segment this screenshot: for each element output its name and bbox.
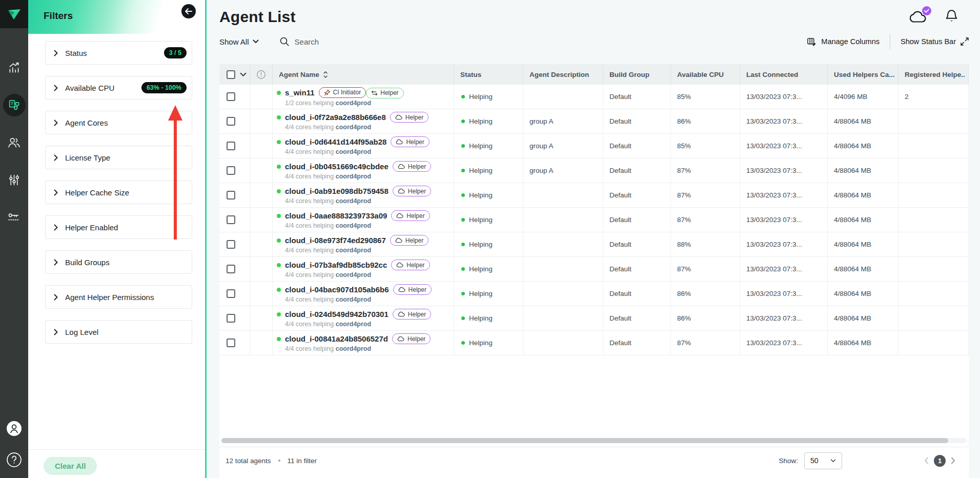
main-header: Agent List (207, 0, 980, 26)
status-cell: Helping (454, 257, 523, 281)
filter-available-cpu[interactable]: Available CPU63% - 100% (45, 76, 192, 99)
status-cell: Helping (454, 306, 523, 330)
clear-all-button[interactable]: Clear All (44, 457, 97, 475)
row-checkbox[interactable] (227, 240, 235, 249)
build-group-cell: Default (603, 257, 671, 281)
column-header-available-cpu[interactable]: Available CPU (671, 64, 740, 85)
last-connected-cell: 13/03/2023 07:3... (740, 208, 828, 232)
nav-licenses-icon[interactable] (0, 198, 28, 236)
online-status-dot (277, 91, 281, 95)
cloud-status-icon[interactable] (910, 9, 929, 25)
helper-badge: Helper (390, 235, 428, 246)
search-input[interactable]: Search (279, 36, 319, 47)
status-cell: Helping (454, 134, 523, 158)
status-label: Helping (469, 241, 493, 248)
chevron-right-icon (54, 85, 58, 91)
help-icon[interactable] (6, 452, 22, 470)
filter-agent-cores[interactable]: Agent Cores (45, 111, 192, 134)
app-logo[interactable] (0, 0, 28, 28)
scrollbar-thumb[interactable] (221, 438, 948, 443)
agent-name-link[interactable]: cloud_i-024d549d942b70301 (285, 310, 389, 318)
filter-build-groups[interactable]: Build Groups (45, 250, 192, 274)
notifications-bell-icon[interactable] (945, 9, 958, 26)
agent-name-link[interactable]: cloud_i-00841a24b8506527d (285, 334, 388, 343)
agent-name-link[interactable]: cloud_i-0f72a9a2e88b666e8 (285, 113, 386, 122)
row-checkbox[interactable] (227, 265, 235, 273)
row-checkbox[interactable] (227, 338, 235, 347)
column-header-agent-name[interactable]: Agent Name (273, 64, 454, 85)
filter-agent-helper-permissions[interactable]: Agent Helper Permissions (45, 285, 192, 309)
filter-helper-enabled[interactable]: Helper Enabled (45, 215, 192, 239)
column-header-status[interactable]: Status (454, 64, 523, 85)
sort-icon[interactable] (323, 70, 328, 79)
chevron-down-icon (830, 459, 836, 463)
filter-license-type[interactable]: License Type (45, 146, 192, 169)
rail-nav (0, 28, 28, 236)
page-size-select[interactable]: 50 (804, 452, 842, 469)
column-header-used-helpers-ca[interactable]: Used Helpers Ca... (828, 64, 899, 85)
collapse-filters-button[interactable] (181, 4, 196, 18)
selection-menu-chevron-icon[interactable] (240, 72, 247, 77)
agent-name-link[interactable]: s_win11 (285, 88, 315, 97)
user-avatar[interactable] (6, 421, 22, 439)
nav-users-icon[interactable] (0, 124, 28, 161)
row-checkbox[interactable] (227, 92, 235, 101)
agent-name-link[interactable]: cloud_i-0b0451669c49cbdee (285, 162, 389, 171)
badge-label: CI Initiator (333, 89, 361, 96)
select-all-checkbox[interactable] (227, 70, 235, 79)
filter-helper-cache-size[interactable]: Helper Cache Size (45, 181, 192, 204)
last-connected-cell: 13/03/2023 07:3... (740, 282, 828, 306)
agent-name-link[interactable]: cloud_i-0d6441d144f95ab28 (285, 137, 386, 146)
nav-agents-icon[interactable] (0, 86, 28, 124)
show-status-bar-button[interactable]: Show Status Bar (901, 37, 969, 46)
agent-counts: 12 total agents 11 in filter (226, 457, 317, 465)
status-label: Helping (469, 265, 493, 273)
helping-subtext: 4/4 cores helping coord4prod (285, 124, 371, 131)
online-status-dot (277, 337, 281, 341)
nav-settings-icon[interactable] (0, 161, 28, 198)
agent-name-link[interactable]: cloud_i-0ab91e098db759458 (285, 187, 389, 195)
row-checkbox[interactable] (227, 142, 235, 150)
cloud-icon (395, 114, 403, 120)
agent-name-link[interactable]: cloud_i-07b3af9db85cb92cc (285, 261, 387, 269)
filter-status[interactable]: Status3 / 5 (45, 41, 192, 65)
row-checkbox[interactable] (227, 166, 235, 175)
column-header-registered-helpe[interactable]: Registered Helpe.. (899, 64, 969, 85)
registered-helpers-cell (899, 183, 969, 207)
online-status-dot (277, 165, 281, 169)
show-all-dropdown[interactable]: Show All (219, 37, 259, 46)
row-checkbox[interactable] (227, 191, 235, 200)
table-footer: 12 total agents 11 in filter Show: 50 1 (219, 447, 969, 478)
filter-log-level[interactable]: Log Level (45, 320, 192, 344)
current-page-button[interactable]: 1 (934, 455, 946, 467)
cloud-icon (396, 262, 404, 268)
helping-subtext: 4/4 cores helping coord4prod (285, 345, 371, 352)
nav-analytics-icon[interactable] (0, 49, 28, 86)
description-cell (523, 306, 603, 330)
previous-page-button[interactable] (924, 457, 929, 464)
column-header-build-group[interactable]: Build Group (603, 64, 671, 85)
table-row: s_win11 CI InitiatorHelper 1/2 cores hel… (219, 85, 969, 109)
row-checkbox[interactable] (227, 215, 235, 224)
column-header-agent-description[interactable]: Agent Description (523, 64, 603, 85)
manage-columns-button[interactable]: Manage Columns (807, 37, 880, 47)
row-alert-cell (250, 331, 273, 355)
expand-icon (961, 37, 969, 46)
chevron-right-icon (54, 189, 58, 196)
agent-name-link[interactable]: cloud_i-0aae8883239733a09 (285, 211, 387, 220)
row-checkbox[interactable] (227, 289, 235, 298)
row-checkbox[interactable] (227, 314, 235, 323)
next-page-button[interactable] (951, 457, 955, 464)
status-label: Helping (469, 93, 493, 101)
row-checkbox[interactable] (227, 117, 235, 126)
show-label: Show: (779, 457, 798, 465)
build-group-cell: Default (603, 134, 671, 158)
column-header-last-connected[interactable]: Last Connected (740, 64, 828, 85)
agent-name-link[interactable]: cloud_i-04bac907d105ab6b6 (285, 285, 389, 294)
helping-status-dot (461, 95, 465, 98)
registered-helpers-cell (899, 134, 969, 158)
description-cell: group A (523, 109, 603, 133)
agent-name-cell: cloud_i-04bac907d105ab6b6 Helper 4/4 cor… (273, 282, 454, 306)
agent-name-link[interactable]: cloud_i-08e973f74ed290867 (285, 236, 386, 245)
agent-name-cell: cloud_i-0ab91e098db759458 Helper 4/4 cor… (273, 183, 454, 207)
